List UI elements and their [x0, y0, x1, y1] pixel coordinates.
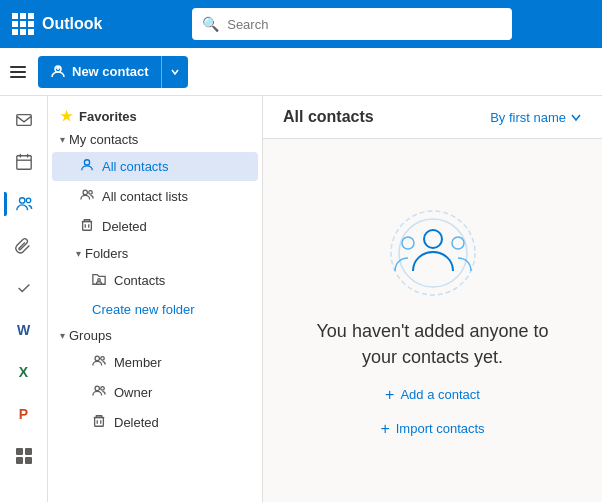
sidebar: ★ Favorites ▾ My contacts All contacts	[48, 96, 263, 502]
new-contact-label: New contact	[72, 64, 149, 79]
rail-word[interactable]: W	[4, 310, 44, 350]
star-icon: ★	[60, 108, 73, 124]
plus-icon: +	[385, 386, 394, 404]
folder-person-icon	[92, 272, 106, 289]
svg-point-26	[95, 386, 99, 390]
empty-line1: You haven't added anyone to	[317, 321, 549, 341]
svg-point-35	[452, 237, 464, 249]
svg-point-18	[83, 190, 87, 194]
deleted-label: Deleted	[102, 219, 147, 234]
rail-tasks[interactable]	[4, 268, 44, 308]
svg-rect-28	[95, 418, 104, 427]
svg-rect-14	[25, 448, 32, 455]
svg-rect-6	[16, 115, 30, 126]
hamburger-button[interactable]	[4, 58, 32, 86]
main-layout: W X P ★ Favorites ▾ My contacts	[0, 96, 602, 502]
icon-rail: W X P	[0, 96, 48, 502]
sidebar-item-all-contacts[interactable]: All contacts	[52, 152, 258, 181]
rail-calendar[interactable]	[4, 142, 44, 182]
svg-rect-7	[16, 156, 30, 170]
search-input[interactable]	[227, 17, 502, 32]
favorites-label: Favorites	[79, 109, 137, 124]
deleted-group-label: Deleted	[114, 415, 159, 430]
contacts-folder-label: Contacts	[114, 273, 165, 288]
svg-point-24	[95, 356, 99, 360]
svg-point-34	[402, 237, 414, 249]
svg-rect-13	[16, 448, 23, 455]
new-contact-dropdown-arrow[interactable]	[161, 56, 188, 88]
second-bar: New contact	[0, 48, 602, 96]
sidebar-item-deleted-group[interactable]: Deleted	[52, 408, 258, 437]
people-icon	[80, 188, 94, 205]
sidebar-item-contacts-folder[interactable]: Contacts	[52, 266, 258, 295]
all-contacts-title: All contacts	[283, 108, 374, 126]
svg-rect-2	[10, 76, 26, 78]
svg-point-17	[84, 160, 89, 165]
rail-mail[interactable]	[4, 100, 44, 140]
topbar: Outlook 🔍	[0, 0, 602, 48]
rail-powerpoint[interactable]: P	[4, 394, 44, 434]
owner-label: Owner	[114, 385, 152, 400]
my-contacts-label: My contacts	[69, 132, 138, 147]
sort-label: By first name	[490, 110, 566, 125]
rail-apps[interactable]	[4, 436, 44, 476]
all-contact-lists-label: All contact lists	[102, 189, 188, 204]
member-label: Member	[114, 355, 162, 370]
chevron-down-icon: ▾	[60, 134, 65, 145]
trash-icon	[80, 218, 94, 235]
new-contact-main[interactable]: New contact	[38, 56, 161, 88]
app-name: Outlook	[42, 15, 102, 33]
sidebar-item-deleted[interactable]: Deleted	[52, 212, 258, 241]
search-bar[interactable]: 🔍	[192, 8, 512, 40]
sidebar-item-all-contact-lists[interactable]: All contact lists	[52, 182, 258, 211]
svg-rect-15	[16, 457, 23, 464]
owner-icon	[92, 384, 106, 401]
add-contact-button[interactable]: + Add a contact	[385, 386, 480, 404]
all-contacts-label: All contacts	[102, 159, 168, 174]
chevron-down-icon-folders: ▾	[76, 248, 81, 259]
rail-attachments[interactable]	[4, 226, 44, 266]
groups-label: Groups	[69, 328, 112, 343]
svg-point-19	[89, 191, 93, 195]
create-new-folder-label: Create new folder	[92, 302, 195, 317]
rail-excel[interactable]: X	[4, 352, 44, 392]
rail-people[interactable]	[4, 184, 44, 224]
contacts-illustration	[383, 203, 483, 303]
svg-point-27	[101, 387, 105, 391]
import-contacts-label: Import contacts	[396, 421, 485, 436]
person-icon	[80, 158, 94, 175]
favorites-header: ★ Favorites	[48, 104, 262, 128]
trash-icon-group	[92, 414, 106, 431]
svg-point-11	[19, 198, 24, 203]
plus-icon-import: +	[380, 420, 389, 438]
svg-rect-0	[10, 66, 26, 68]
my-contacts-group[interactable]: ▾ My contacts	[48, 128, 262, 151]
main-content: All contacts By first name	[263, 96, 602, 502]
add-contact-label: Add a contact	[400, 387, 480, 402]
member-icon	[92, 354, 106, 371]
empty-state: You haven't added anyone to your contact…	[263, 139, 602, 502]
svg-point-33	[424, 230, 442, 248]
app-logo: Outlook	[12, 13, 102, 35]
new-contact-button[interactable]: New contact	[38, 56, 188, 88]
search-icon: 🔍	[202, 16, 219, 32]
sidebar-item-owner[interactable]: Owner	[52, 378, 258, 407]
folders-label: Folders	[85, 246, 128, 261]
groups-group[interactable]: ▾ Groups	[48, 324, 262, 347]
svg-point-25	[101, 357, 105, 361]
sort-button[interactable]: By first name	[490, 110, 582, 125]
main-header: All contacts By first name	[263, 96, 602, 139]
svg-rect-1	[10, 71, 26, 73]
chevron-down-icon-groups: ▾	[60, 330, 65, 341]
empty-message: You haven't added anyone to your contact…	[317, 319, 549, 369]
sidebar-item-member[interactable]: Member	[52, 348, 258, 377]
grid-icon	[12, 13, 34, 35]
create-new-folder-button[interactable]: Create new folder	[52, 296, 258, 323]
empty-line2: your contacts yet.	[362, 347, 503, 367]
folders-group[interactable]: ▾ Folders	[48, 242, 262, 265]
svg-point-12	[26, 198, 31, 203]
svg-point-23	[98, 279, 101, 282]
svg-rect-16	[25, 457, 32, 464]
svg-rect-20	[83, 222, 92, 231]
import-contacts-button[interactable]: + Import contacts	[380, 420, 484, 438]
